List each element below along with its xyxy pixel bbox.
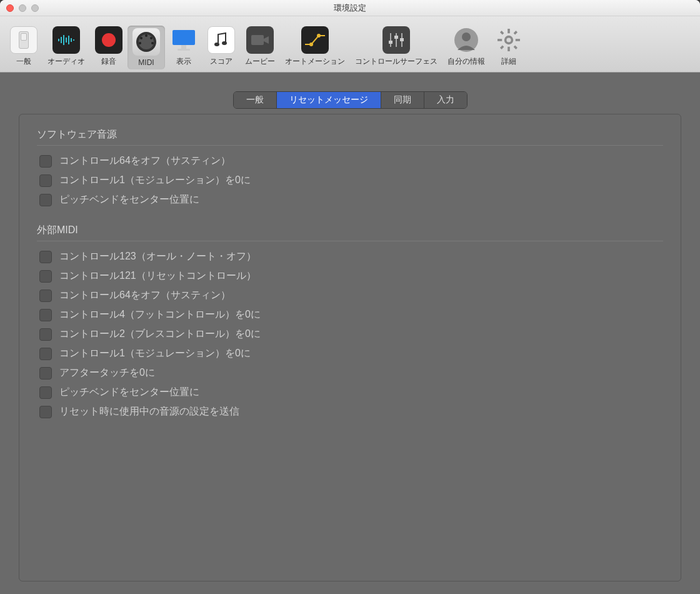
tab-sync[interactable]: 同期 [381, 92, 424, 108]
svg-point-18 [222, 41, 227, 45]
toolbar-score[interactable]: スコア [202, 24, 240, 69]
svg-rect-38 [514, 46, 518, 49]
svg-rect-31 [508, 29, 510, 33]
checkbox-sw-pitchbend[interactable] [39, 194, 52, 206]
checkbox-label: アフタータッチを0に [59, 366, 155, 380]
toolbar-advanced[interactable]: 詳細 [490, 24, 528, 69]
checkbox-ext-ctrl121[interactable] [39, 270, 52, 283]
svg-point-10 [140, 37, 142, 39]
settings-panel: ソフトウェア音源 コントロール64をオフ（サスティン） コントロール1（モジュレ… [19, 114, 681, 581]
svg-rect-15 [181, 45, 186, 49]
checkbox-row: コントロール121（リセットコントロール） [37, 269, 663, 283]
toolbar-my-info[interactable]: 自分の情報 [442, 24, 490, 69]
external-midi-section: 外部MIDI コントロール123（オール・ノート・オフ） コントロール121（リ… [37, 224, 663, 418]
toolbar-label: 録音 [101, 56, 116, 67]
window-controls [6, 4, 39, 12]
toolbar-record[interactable]: 録音 [90, 24, 128, 69]
content-area: 一般 リセットメッセージ 同期 入力 ソフトウェア音源 コントロール64をオフ（… [0, 73, 700, 594]
svg-rect-34 [516, 39, 520, 41]
svg-point-12 [139, 42, 141, 44]
checkbox-row: コントロール1（モジュレーション）を0に [37, 347, 663, 360]
checkbox-sw-ctrl64[interactable] [39, 155, 52, 168]
checkbox-ext-send-on-reset[interactable] [39, 406, 52, 418]
checkbox-row: アフタータッチを0に [37, 366, 663, 380]
toolbar-label: 自分の情報 [448, 56, 485, 67]
switch-icon [10, 26, 38, 54]
svg-point-17 [214, 43, 219, 46]
toolbar-label: ムービー [245, 56, 275, 67]
svg-rect-35 [500, 31, 504, 34]
svg-point-11 [150, 37, 152, 39]
checkbox-ext-ctrl64[interactable] [39, 289, 52, 302]
checkbox-label: コントロール64をオフ（サスティン） [59, 154, 231, 168]
checkbox-row: リセット時に使用中の音源の設定を送信 [37, 405, 663, 418]
software-instrument-section: ソフトウェア音源 コントロール64をオフ（サスティン） コントロール1（モジュレ… [37, 128, 663, 206]
checkbox-label: リセット時に使用中の音源の設定を送信 [59, 405, 239, 418]
toolbar-label: 詳細 [501, 56, 516, 67]
checkbox-row: コントロール1（モジュレーション）を0に [37, 174, 663, 187]
window-title: 環境設定 [6, 3, 694, 14]
checkbox-ext-ctrl123[interactable] [39, 251, 52, 263]
toolbar-label: オーディオ [48, 56, 85, 67]
sliders-icon [382, 26, 410, 54]
toolbar-display[interactable]: 表示 [165, 24, 202, 69]
tab-bar: 一般 リセットメッセージ 同期 入力 [233, 91, 468, 109]
toolbar-movie[interactable]: ムービー [240, 24, 280, 69]
svg-rect-33 [498, 39, 502, 41]
checkbox-row: ピッチベンドをセンター位置に [37, 193, 663, 206]
svg-rect-16 [178, 49, 190, 51]
toolbar-label: 表示 [176, 56, 191, 67]
toolbar-label: スコア [210, 56, 232, 67]
checkbox-row: コントロール123（オール・ノート・オフ） [37, 250, 663, 263]
checkbox-row: ピッチベンドをセンター位置に [37, 386, 663, 399]
toolbar-label: オートメーション [285, 56, 345, 67]
checkbox-row: コントロール4（フットコントロール）を0に [37, 308, 663, 321]
checkbox-sw-ctrl1[interactable] [39, 174, 52, 187]
checkbox-label: コントロール1（モジュレーション）を0に [59, 347, 251, 360]
checkbox-row: コントロール64をオフ（サスティン） [37, 289, 663, 302]
toolbar: 一般 オーディオ 録音 MIDI 表示 [0, 16, 700, 73]
checkbox-ext-ctrl4[interactable] [39, 309, 52, 321]
svg-point-29 [462, 33, 471, 41]
checkbox-ext-aftertouch[interactable] [39, 367, 52, 380]
svg-point-9 [145, 34, 148, 37]
person-icon [452, 26, 480, 54]
zoom-button[interactable] [31, 4, 39, 12]
toolbar-label: MIDI [138, 58, 154, 67]
section-title: 外部MIDI [37, 224, 663, 241]
svg-point-21 [317, 34, 321, 38]
toolbar-audio[interactable]: オーディオ [42, 24, 90, 69]
checkbox-row: コントロール2（ブレスコントロール）を0に [37, 328, 663, 341]
checkbox-ext-ctrl1[interactable] [39, 348, 52, 360]
checkbox-row: コントロール64をオフ（サスティン） [37, 154, 663, 168]
svg-rect-19 [251, 35, 264, 45]
toolbar-label: 一般 [16, 56, 31, 67]
svg-point-39 [506, 38, 511, 42]
checkbox-label: コントロール4（フットコントロール）を0に [59, 308, 261, 321]
checkbox-ext-pitchbend[interactable] [39, 386, 52, 399]
titlebar: 環境設定 [0, 0, 700, 16]
svg-rect-26 [394, 36, 398, 39]
checkbox-label: ピッチベンドをセンター位置に [59, 193, 199, 206]
record-icon [95, 26, 122, 54]
checkbox-label: コントロール123（オール・ノート・オフ） [59, 250, 256, 263]
automation-icon [301, 26, 329, 54]
toolbar-control-surfaces[interactable]: コントロールサーフェス [350, 24, 442, 69]
svg-rect-32 [508, 47, 510, 51]
preferences-window: 環境設定 一般 オーディオ 録音 MIDI 表示 [0, 0, 700, 594]
tab-input[interactable]: 入力 [424, 92, 467, 108]
checkbox-ext-ctrl2[interactable] [39, 328, 52, 341]
svg-rect-36 [514, 31, 518, 34]
toolbar-general[interactable]: 一般 [5, 24, 42, 69]
tab-general[interactable]: 一般 [234, 92, 277, 108]
checkbox-label: コントロール1（モジュレーション）を0に [59, 174, 251, 187]
music-note-icon [208, 26, 235, 54]
tab-reset-messages[interactable]: リセットメッセージ [277, 92, 381, 108]
svg-rect-25 [389, 41, 392, 44]
minimize-button[interactable] [19, 4, 26, 12]
svg-rect-37 [500, 46, 504, 49]
close-button[interactable] [6, 4, 14, 12]
toolbar-midi[interactable]: MIDI [128, 26, 165, 69]
toolbar-automation[interactable]: オートメーション [280, 24, 350, 69]
svg-point-20 [309, 43, 313, 46]
